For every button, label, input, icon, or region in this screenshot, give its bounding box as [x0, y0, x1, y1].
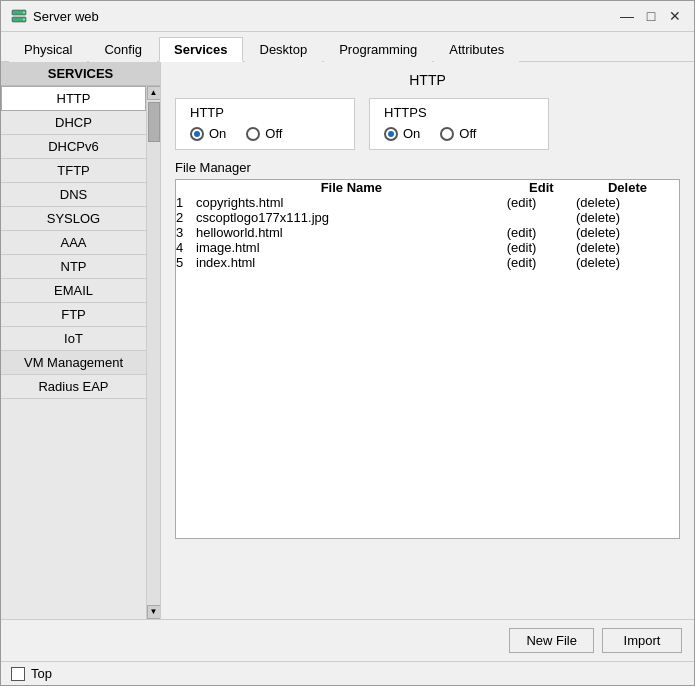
http-off-text: Off [265, 126, 282, 141]
sidebar: SERVICES HTTP DHCP DHCPv6 TFTP DNS SYSLO… [1, 62, 161, 619]
server-icon [11, 8, 27, 24]
top-label: Top [31, 666, 52, 681]
tab-physical[interactable]: Physical [9, 37, 87, 62]
bottom-bar: New File Import [1, 619, 694, 661]
sidebar-scrollbar[interactable]: ▲ ▼ [146, 86, 160, 619]
row-delete[interactable]: (delete) [576, 255, 679, 270]
app-window: Server web — □ ✕ Physical Config Service… [0, 0, 695, 686]
row-edit[interactable]: (edit) [507, 195, 576, 210]
http-box: HTTP On Off [175, 98, 355, 150]
col-delete: Delete [576, 180, 679, 195]
sidebar-item-syslog[interactable]: SYSLOG [1, 207, 146, 231]
sidebar-item-email[interactable]: EMAIL [1, 279, 146, 303]
http-on-radio[interactable] [190, 127, 204, 141]
row-num: 3 [176, 225, 196, 240]
row-edit[interactable]: (edit) [507, 225, 576, 240]
https-box: HTTPS On Off [369, 98, 549, 150]
maximize-button[interactable]: □ [642, 7, 660, 25]
file-table-wrapper: File Name Edit Delete 1 copyrights.html … [175, 179, 680, 539]
row-num: 4 [176, 240, 196, 255]
import-button[interactable]: Import [602, 628, 682, 653]
row-num: 2 [176, 210, 196, 225]
sidebar-item-ntp[interactable]: NTP [1, 255, 146, 279]
sidebar-item-http[interactable]: HTTP [1, 86, 146, 111]
file-manager-label: File Manager [175, 160, 680, 175]
row-edit[interactable] [507, 210, 576, 225]
row-delete[interactable]: (delete) [576, 210, 679, 225]
table-header-row: File Name Edit Delete [176, 180, 679, 195]
sidebar-item-ftp[interactable]: FTP [1, 303, 146, 327]
content-area: SERVICES HTTP DHCP DHCPv6 TFTP DNS SYSLO… [1, 62, 694, 619]
file-table: File Name Edit Delete 1 copyrights.html … [176, 180, 679, 270]
col-filename: File Name [196, 180, 507, 195]
https-off-text: Off [459, 126, 476, 141]
sidebar-item-radius-eap[interactable]: Radius EAP [1, 375, 146, 399]
row-filename: image.html [196, 240, 507, 255]
row-delete[interactable]: (delete) [576, 240, 679, 255]
protocol-row: HTTP On Off HTTPS [175, 98, 680, 150]
svg-point-2 [23, 12, 25, 14]
sidebar-item-vm-management[interactable]: VM Management [1, 351, 146, 375]
https-title: HTTPS [384, 105, 534, 120]
https-on-radio[interactable] [384, 127, 398, 141]
sidebar-item-dhcp[interactable]: DHCP [1, 111, 146, 135]
title-bar-left: Server web [11, 8, 99, 24]
top-checkbox[interactable] [11, 667, 25, 681]
title-bar-controls: — □ ✕ [618, 7, 684, 25]
sidebar-header: SERVICES [1, 62, 160, 86]
scrollbar-thumb[interactable] [148, 102, 160, 142]
main-content: HTTP HTTP On Off [161, 62, 694, 619]
row-filename: copyrights.html [196, 195, 507, 210]
http-on-label[interactable]: On [190, 126, 226, 141]
row-filename: cscoptlogo177x111.jpg [196, 210, 507, 225]
tab-attributes[interactable]: Attributes [434, 37, 519, 62]
scrollbar-down[interactable]: ▼ [147, 605, 161, 619]
footer-bar: Top [1, 661, 694, 685]
https-radio-row: On Off [384, 126, 534, 141]
http-off-radio[interactable] [246, 127, 260, 141]
http-title: HTTP [190, 105, 340, 120]
title-bar: Server web — □ ✕ [1, 1, 694, 32]
sidebar-item-dns[interactable]: DNS [1, 183, 146, 207]
table-row: 5 index.html (edit) (delete) [176, 255, 679, 270]
row-filename: index.html [196, 255, 507, 270]
http-on-text: On [209, 126, 226, 141]
section-title: HTTP [175, 72, 680, 88]
file-manager-section: File Manager File Name Edit Delete [175, 160, 680, 539]
table-row: 2 cscoptlogo177x111.jpg (delete) [176, 210, 679, 225]
tab-config[interactable]: Config [89, 37, 157, 62]
table-row: 1 copyrights.html (edit) (delete) [176, 195, 679, 210]
row-edit[interactable]: (edit) [507, 255, 576, 270]
table-row: 4 image.html (edit) (delete) [176, 240, 679, 255]
https-on-label[interactable]: On [384, 126, 420, 141]
tab-programming[interactable]: Programming [324, 37, 432, 62]
sidebar-item-tftp[interactable]: TFTP [1, 159, 146, 183]
tab-desktop[interactable]: Desktop [245, 37, 323, 62]
https-off-label[interactable]: Off [440, 126, 476, 141]
table-row: 3 helloworld.html (edit) (delete) [176, 225, 679, 240]
row-delete[interactable]: (delete) [576, 195, 679, 210]
https-on-text: On [403, 126, 420, 141]
http-off-label[interactable]: Off [246, 126, 282, 141]
svg-point-3 [23, 19, 25, 21]
row-filename: helloworld.html [196, 225, 507, 240]
sidebar-item-aaa[interactable]: AAA [1, 231, 146, 255]
tab-services[interactable]: Services [159, 37, 243, 62]
sidebar-scroll: HTTP DHCP DHCPv6 TFTP DNS SYSLOG AAA NTP… [1, 86, 146, 619]
row-edit[interactable]: (edit) [507, 240, 576, 255]
http-radio-row: On Off [190, 126, 340, 141]
scrollbar-up[interactable]: ▲ [147, 86, 161, 100]
sidebar-item-iot[interactable]: IoT [1, 327, 146, 351]
row-num: 5 [176, 255, 196, 270]
https-off-radio[interactable] [440, 127, 454, 141]
row-num: 1 [176, 195, 196, 210]
new-file-button[interactable]: New File [509, 628, 594, 653]
col-num [176, 180, 196, 195]
tab-bar: Physical Config Services Desktop Program… [1, 32, 694, 62]
row-delete[interactable]: (delete) [576, 225, 679, 240]
close-button[interactable]: ✕ [666, 7, 684, 25]
col-edit: Edit [507, 180, 576, 195]
minimize-button[interactable]: — [618, 7, 636, 25]
window-title: Server web [33, 9, 99, 24]
sidebar-item-dhcpv6[interactable]: DHCPv6 [1, 135, 146, 159]
